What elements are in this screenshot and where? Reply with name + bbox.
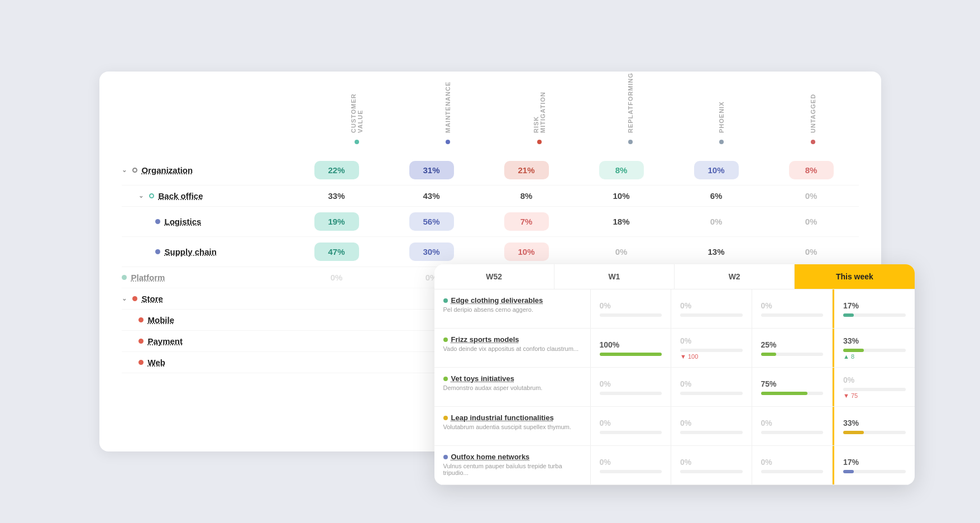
item-desc-3: Volutabrum audentia suscipit supellex th… <box>443 424 581 430</box>
cell-pct: 0% <box>600 458 662 467</box>
col-header-1: MAINTENANCE <box>403 77 494 144</box>
bar-track <box>761 392 824 395</box>
cell-3-3: 0% <box>574 243 669 261</box>
cell-text-1-1: 43% <box>423 191 439 201</box>
cell-badge-3-1: 30% <box>409 243 454 261</box>
item-name-2[interactable]: Vet toys initiatives <box>443 374 581 383</box>
cell-2-4: 0% <box>669 212 764 231</box>
overlay-rows: Edge clothing deliverables Pel deripio a… <box>434 289 915 485</box>
item-name-3[interactable]: Leap industrial functionalities <box>443 413 581 422</box>
cell-text-1-0: 33% <box>328 191 345 201</box>
cell-text-2-5: 0% <box>805 217 818 226</box>
item-dot-1 <box>443 337 448 342</box>
bar-track <box>680 431 743 434</box>
cell-1-4: 6% <box>669 191 764 201</box>
cell-pct: 25% <box>761 340 824 349</box>
overlay-row-3: Leap industrial functionalities Volutabr… <box>434 407 915 446</box>
row-link-5[interactable]: Store <box>142 294 163 303</box>
row-link-1[interactable]: Back office <box>159 191 203 201</box>
cell-badge-2-0: 19% <box>314 212 359 231</box>
col-header-dot-1 <box>446 140 450 144</box>
overlay-cell: 0% <box>752 407 833 445</box>
overlay-cell: 0% <box>591 289 672 328</box>
bar-track <box>843 349 906 352</box>
cell-0-2: 21% <box>479 161 574 179</box>
col-header-label-5: UNTAGGED <box>810 77 816 133</box>
cell-pct: 0% <box>680 379 743 388</box>
bar-fill <box>843 431 864 434</box>
bar-track <box>761 470 824 473</box>
cell-1-3: 10% <box>574 191 669 201</box>
row-label-5[interactable]: ⌄ Store <box>122 294 312 303</box>
overlay-cell: 25% <box>752 329 833 367</box>
item-dot-2 <box>443 377 448 381</box>
row-label-1[interactable]: ⌄ Back office <box>122 191 289 201</box>
cell-3-1: 30% <box>384 243 479 261</box>
overlay-cell: 100% <box>591 329 672 367</box>
cell-badge-0-1: 31% <box>409 161 454 179</box>
cell-pct: 0% <box>761 301 824 310</box>
col-header-dot-2 <box>537 140 542 144</box>
overlay-header-2: W2 <box>675 264 795 289</box>
overlay-row-4: Outfox home networks Vulnus centum paupe… <box>434 446 915 485</box>
delta: ▼ 100 <box>680 353 743 360</box>
overlay-cell: 17% <box>833 446 915 484</box>
cell-text-3-5: 0% <box>805 247 818 256</box>
row-link-2[interactable]: Logistics <box>165 217 202 226</box>
cell-2-1: 56% <box>384 212 479 231</box>
col-header-3: REPLATFORMING <box>585 77 676 144</box>
chevron-1[interactable]: ⌄ <box>138 192 144 199</box>
row-label-8[interactable]: Web <box>122 358 312 367</box>
overlay-row-label-3: Leap industrial functionalities Volutabr… <box>434 407 591 445</box>
overlay-card: W52W1W2This week Edge clothing deliverab… <box>434 264 915 485</box>
cell-pct: 17% <box>843 301 906 310</box>
cell-1-1: 43% <box>384 191 479 201</box>
cell-text-2-4: 0% <box>710 217 723 226</box>
col-header-0: CUSTOMER VALUE <box>312 77 403 144</box>
row-link-7[interactable]: Payment <box>148 336 183 346</box>
cell-text-3-4: 13% <box>707 247 724 256</box>
col-header-label-3: REPLATFORMING <box>627 77 634 133</box>
overlay-cell: 0% <box>671 407 752 445</box>
row-link-3[interactable]: Supply chain <box>165 247 217 256</box>
item-name-0[interactable]: Edge clothing deliverables <box>443 296 581 305</box>
cell-text-3-3: 0% <box>615 247 628 256</box>
main-card: CUSTOMER VALUE MAINTENANCE RISK MITIGATI… <box>99 72 881 451</box>
col-header-2: RISK MITIGATION <box>494 77 585 144</box>
chevron-0[interactable]: ⌄ <box>122 167 127 174</box>
cell-2-2: 7% <box>479 212 574 231</box>
overlay-cell: 17% <box>833 289 915 328</box>
delta: ▲ 8 <box>843 353 906 360</box>
row-link-0[interactable]: Organization <box>142 165 193 175</box>
row-link-6[interactable]: Mobile <box>148 315 175 325</box>
row-label-6[interactable]: Mobile <box>122 315 312 325</box>
cell-badge-0-4: 10% <box>694 161 739 179</box>
row-label-0[interactable]: ⌄ Organization <box>122 165 289 175</box>
cell-pct: 0% <box>600 419 662 427</box>
item-name-1[interactable]: Frizz sports models <box>443 335 581 344</box>
table-row-2: Logistics 19% 56% 7% 18% 0% 0% <box>122 207 859 237</box>
row-label-4[interactable]: Platform <box>122 273 289 282</box>
col-header-label-1: MAINTENANCE <box>444 77 451 133</box>
overlay-cell: 0% <box>671 289 752 328</box>
overlay-row-1: Frizz sports models Vado deinde vix appo… <box>434 329 915 368</box>
bar-fill <box>843 470 854 473</box>
bar-track <box>843 313 906 317</box>
page-container: CUSTOMER VALUE MAINTENANCE RISK MITIGATI… <box>99 72 881 451</box>
cell-pct: 0% <box>680 419 743 427</box>
item-name-4[interactable]: Outfox home networks <box>443 453 581 461</box>
cell-text-1-3: 10% <box>613 191 629 201</box>
bar-fill <box>843 313 854 317</box>
item-desc-1: Vado deinde vix appositus at conforto cl… <box>443 345 581 352</box>
bar-track <box>843 470 906 473</box>
row-label-7[interactable]: Payment <box>122 336 312 346</box>
item-dot-4 <box>443 455 448 459</box>
row-link-8[interactable]: Web <box>148 358 165 367</box>
cell-0-1: 31% <box>384 161 479 179</box>
row-label-2[interactable]: Logistics <box>122 217 289 226</box>
cell-badge-2-1: 56% <box>409 212 454 231</box>
row-label-3[interactable]: Supply chain <box>122 247 289 256</box>
chevron-5[interactable]: ⌄ <box>122 295 127 302</box>
row-link-4[interactable]: Platform <box>131 273 165 282</box>
bar-track <box>843 431 906 434</box>
